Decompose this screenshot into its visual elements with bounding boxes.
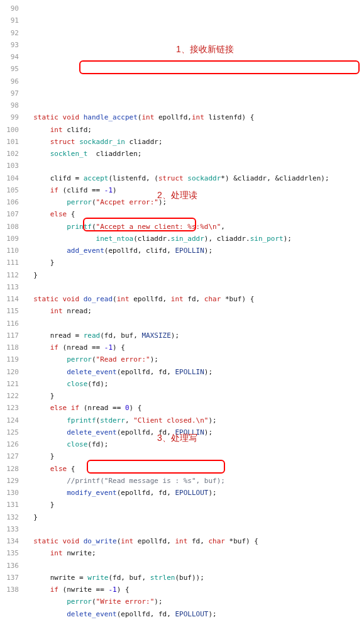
line-number: 91	[0, 14, 19, 26]
line-number: 114	[0, 293, 19, 305]
code-line: if (nwrite == -1) {	[25, 584, 364, 596]
line-number: 110	[0, 245, 19, 257]
line-number: 109	[0, 233, 19, 245]
code-line: }	[25, 269, 364, 281]
line-number: 134	[0, 535, 19, 547]
line-number: 115	[0, 305, 19, 317]
annotation-2: 2、处理读	[157, 187, 197, 203]
code-content: 1、接收新链接 2、处理读 3、处理写 static void handle_a…	[25, 3, 364, 622]
line-number: 96	[0, 75, 19, 87]
code-viewer: 9091929394959697989910010110210310410510…	[0, 3, 364, 622]
line-number: 123	[0, 402, 19, 414]
code-line	[25, 523, 364, 535]
code-line: }	[25, 499, 364, 511]
line-number: 95	[0, 63, 19, 75]
code-line	[25, 560, 364, 572]
line-number: 132	[0, 511, 19, 523]
highlight-box-accept	[79, 60, 360, 74]
code-line: inet_ntoa(cliaddr.sin_addr), cliaddr.sin…	[25, 233, 364, 245]
line-number: 112	[0, 269, 19, 281]
line-number: 90	[0, 3, 19, 14]
line-number: 135	[0, 547, 19, 559]
code-line: clifd = accept(listenfd, (struct sockadd…	[25, 172, 364, 184]
code-line: perror("Write error:");	[25, 596, 364, 608]
line-number: 117	[0, 330, 19, 342]
annotation-3: 3、处理写	[157, 430, 197, 446]
code-line: static void do_read(int epollfd, int fd,…	[25, 293, 364, 305]
line-number: 136	[0, 560, 19, 572]
line-number: 124	[0, 414, 19, 426]
code-line: }	[25, 450, 364, 462]
line-number: 99	[0, 111, 19, 123]
code-line: perror("Read error:");	[25, 353, 364, 365]
line-number: 138	[0, 584, 19, 596]
line-number: 102	[0, 148, 19, 160]
code-line	[25, 318, 364, 330]
line-numbers-gutter: 9091929394959697989910010110210310410510…	[0, 3, 25, 622]
line-number: 125	[0, 426, 19, 438]
line-number: 103	[0, 160, 19, 172]
code-line: static void do_write(int epollfd, int fd…	[25, 535, 364, 547]
code-line: socklen_t cliaddrlen;	[25, 148, 364, 160]
code-line: struct sockaddr_in cliaddr;	[25, 136, 364, 148]
code-line	[25, 160, 364, 172]
line-number: 100	[0, 124, 19, 136]
code-line	[25, 281, 364, 293]
line-number: 137	[0, 572, 19, 584]
line-number: 126	[0, 438, 19, 450]
line-number: 116	[0, 318, 19, 330]
code-line: }	[25, 257, 364, 269]
line-number: 130	[0, 487, 19, 499]
line-number: 92	[0, 27, 19, 39]
code-line: close(fd);	[25, 378, 364, 390]
code-line: }	[25, 390, 364, 402]
code-line: //printf("Read message is : %s", buf);	[25, 475, 364, 487]
line-number: 122	[0, 390, 19, 402]
line-number: 104	[0, 172, 19, 184]
line-number: 118	[0, 342, 19, 353]
line-number: 128	[0, 463, 19, 475]
line-number: 98	[0, 99, 19, 111]
code-line: else {	[25, 208, 364, 220]
line-number: 107	[0, 208, 19, 220]
code-line: nread = read(fd, buf, MAXSIZE);	[25, 330, 364, 342]
code-line: int nwrite;	[25, 547, 364, 559]
code-line: static void handle_accpet(int epollfd,in…	[25, 111, 364, 123]
line-number: 111	[0, 257, 19, 269]
code-line: delete_event(epollfd, fd, EPOLLOUT);	[25, 608, 364, 620]
code-line: modify_event(epollfd, fd, EPOLLOUT);	[25, 487, 364, 499]
line-number: 120	[0, 366, 19, 378]
code-line: if (nread == -1) {	[25, 342, 364, 353]
code-line: nwrite = write(fd, buf, strlen(buf));	[25, 572, 364, 584]
code-line: int nread;	[25, 305, 364, 317]
line-number: 119	[0, 353, 19, 365]
code-line: fprintf(stderr, "Client closed.\n");	[25, 414, 364, 426]
code-line: }	[25, 511, 364, 523]
line-number: 113	[0, 281, 19, 293]
code-line: add_event(epollfd, clifd, EPOLLIN);	[25, 245, 364, 257]
line-number: 93	[0, 39, 19, 51]
code-line: else {	[25, 463, 364, 475]
line-number: 105	[0, 184, 19, 196]
line-number: 97	[0, 87, 19, 99]
line-number: 101	[0, 136, 19, 148]
line-number: 133	[0, 523, 19, 535]
code-line: delete_event(epollfd, fd, EPOLLIN);	[25, 366, 364, 378]
line-number: 106	[0, 196, 19, 208]
code-line: else if (nread == 0) {	[25, 402, 364, 414]
line-number: 94	[0, 51, 19, 63]
code-line: printf("Accept a new client: %s:%d\n",	[25, 221, 364, 233]
line-number: 131	[0, 499, 19, 511]
line-number: 127	[0, 450, 19, 462]
annotation-1: 1、接收新链接	[176, 42, 234, 57]
line-number: 121	[0, 378, 19, 390]
line-number: 129	[0, 475, 19, 487]
code-line: int clifd;	[25, 124, 364, 136]
line-number: 108	[0, 221, 19, 233]
